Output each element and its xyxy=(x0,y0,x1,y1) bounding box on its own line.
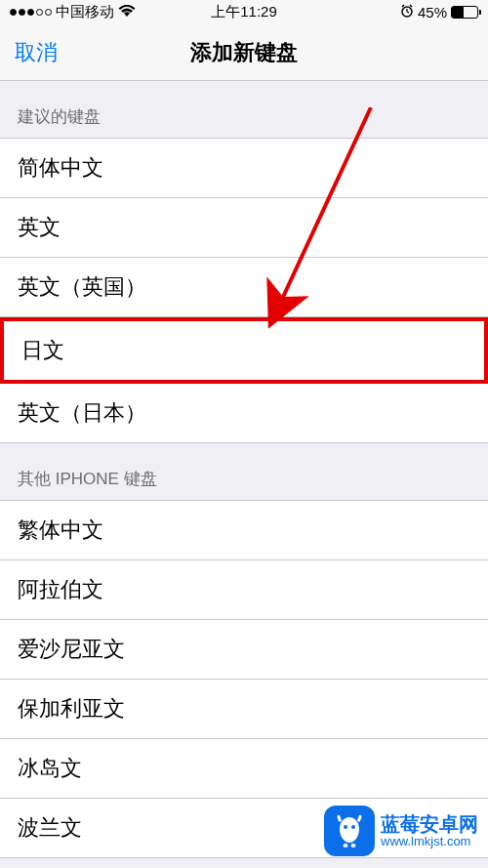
wifi-icon xyxy=(118,4,136,21)
watermark: 蓝莓安卓网 www.lmkjst.com xyxy=(324,806,478,856)
status-bar: 中国移动 上午11:29 45% xyxy=(0,0,488,24)
keyboard-row-estonian[interactable]: 爱沙尼亚文 xyxy=(0,620,488,680)
status-right: 45% xyxy=(400,4,478,21)
battery-icon xyxy=(451,6,478,19)
nav-bar: 取消 添加新键盘 xyxy=(0,24,488,81)
other-keyboards-list: 繁体中文 阿拉伯文 爱沙尼亚文 保加利亚文 冰岛文 波兰文 xyxy=(0,500,488,858)
svg-point-2 xyxy=(344,825,347,829)
svg-rect-4 xyxy=(337,814,342,822)
keyboard-row-english-uk[interactable]: 英文（英国） xyxy=(0,258,488,317)
section-header-other: 其他 IPHONE 键盘 xyxy=(0,443,488,500)
battery-percent: 45% xyxy=(418,4,447,21)
keyboard-row-traditional-chinese[interactable]: 繁体中文 xyxy=(0,500,488,560)
watermark-logo-icon xyxy=(324,806,375,856)
svg-rect-5 xyxy=(357,814,362,822)
svg-point-7 xyxy=(351,844,356,847)
svg-point-6 xyxy=(344,844,348,847)
watermark-text-block: 蓝莓安卓网 www.lmkjst.com xyxy=(381,814,478,848)
watermark-title: 蓝莓安卓网 xyxy=(381,814,478,834)
signal-strength-icon xyxy=(10,9,52,16)
page-title: 添加新键盘 xyxy=(190,38,298,67)
keyboard-row-icelandic[interactable]: 冰岛文 xyxy=(0,739,488,799)
keyboard-row-arabic[interactable]: 阿拉伯文 xyxy=(0,560,488,620)
keyboard-row-japanese[interactable]: 日文 xyxy=(0,317,488,384)
svg-point-3 xyxy=(351,825,355,829)
status-left: 中国移动 xyxy=(10,3,136,21)
alarm-icon xyxy=(400,4,414,21)
watermark-url: www.lmkjst.com xyxy=(381,834,478,848)
keyboard-row-bulgarian[interactable]: 保加利亚文 xyxy=(0,680,488,739)
section-header-suggested: 建议的键盘 xyxy=(0,81,488,138)
cancel-button[interactable]: 取消 xyxy=(0,38,72,67)
status-time: 上午11:29 xyxy=(211,3,277,21)
keyboard-row-english-japan[interactable]: 英文（日本） xyxy=(0,384,488,443)
carrier-label: 中国移动 xyxy=(56,3,114,21)
keyboard-row-simplified-chinese[interactable]: 简体中文 xyxy=(0,138,488,198)
suggested-keyboards-list: 简体中文 英文 英文（英国） 日文 英文（日本） xyxy=(0,138,488,443)
keyboard-row-english[interactable]: 英文 xyxy=(0,198,488,258)
